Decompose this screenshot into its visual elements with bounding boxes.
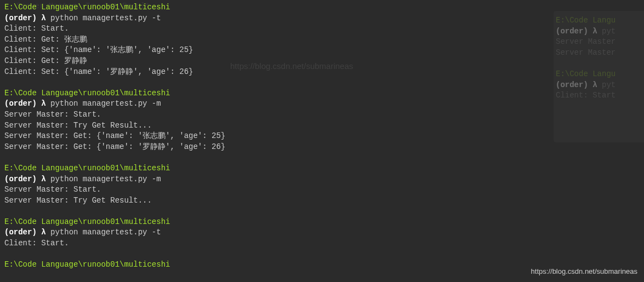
terminal-line: (order) λ python managertest.py -t (4, 227, 640, 238)
terminal-blank-line (4, 77, 640, 88)
terminal-output: Server Master: Start. (4, 185, 640, 195)
terminal-line: (order) λ python managertest.py -t (4, 13, 640, 24)
terminal-line: E:\Code Language\runoob01\multiceshi (4, 163, 640, 174)
terminal-path: E:\Code Language\runoob01\multiceshi (4, 164, 170, 172)
terminal-path: E:\Code Language\runoob01\multiceshi (4, 260, 170, 269)
terminal-output: Client: Set: {'name': '罗静静', 'age': 26} (4, 67, 640, 78)
prompt-lambda: λ (41, 175, 45, 183)
terminal-blank-line (4, 152, 640, 163)
terminal-output: Client: Get: 张志鹏 (4, 34, 640, 45)
prompt-env: (order) (4, 175, 37, 183)
terminal-blank-line (4, 206, 640, 217)
terminal-line: (order) λ python managertest.py -m (4, 99, 640, 110)
prompt-env: (order) (4, 99, 37, 108)
terminal-output: Client: Start. (4, 24, 640, 34)
prompt-lambda: λ (41, 99, 45, 108)
terminal-output: Server Master: Get: {'name': '张志鹏', 'age… (4, 131, 640, 142)
terminal-line: E:\Code Language\runoob01\multiceshi (4, 217, 640, 228)
prompt-env: (order) (4, 14, 37, 22)
terminal-output: Server Master: Try Get Result... (4, 195, 640, 206)
terminal-command: python managertest.py -m (50, 175, 161, 183)
prompt-lambda: λ (41, 228, 45, 237)
terminal-line: (order) λ python managertest.py -m (4, 174, 640, 185)
terminal-command: python managertest.py -m (50, 99, 161, 108)
terminal-output: Server Master: Try Get Result... (4, 120, 640, 131)
prompt-env: (order) (4, 228, 37, 237)
terminal-output: Client: Get: 罗静静 (4, 56, 640, 67)
terminal-output: Client: Set: {'name': '张志鹏', 'age': 25} (4, 45, 640, 56)
terminal-line: E:\Code Language\runoob01\multiceshi (4, 2, 640, 13)
watermark-bottom-right: https://blog.csdn.net/submarineas (531, 267, 637, 277)
prompt-lambda: λ (41, 14, 45, 22)
terminal-output: Client: Start. (4, 238, 640, 249)
terminal-line: E:\Code Language\runoob01\multiceshi (4, 88, 640, 99)
terminal-output: Server Master: Get: {'name': '罗静静', 'age… (4, 142, 640, 153)
terminal-blank-line (4, 249, 640, 260)
terminal-path: E:\Code Language\runoob01\multiceshi (4, 217, 170, 226)
terminal-main[interactable]: E:\Code Language\runoob01\multiceshi (or… (0, 0, 644, 273)
terminal-output: Server Master: Start. (4, 110, 640, 120)
terminal-path: E:\Code Language\runoob01\multiceshi (4, 89, 170, 97)
terminal-command: python managertest.py -t (50, 14, 161, 22)
terminal-path: E:\Code Language\runoob01\multiceshi (4, 3, 170, 11)
terminal-command: python managertest.py -t (50, 228, 161, 237)
